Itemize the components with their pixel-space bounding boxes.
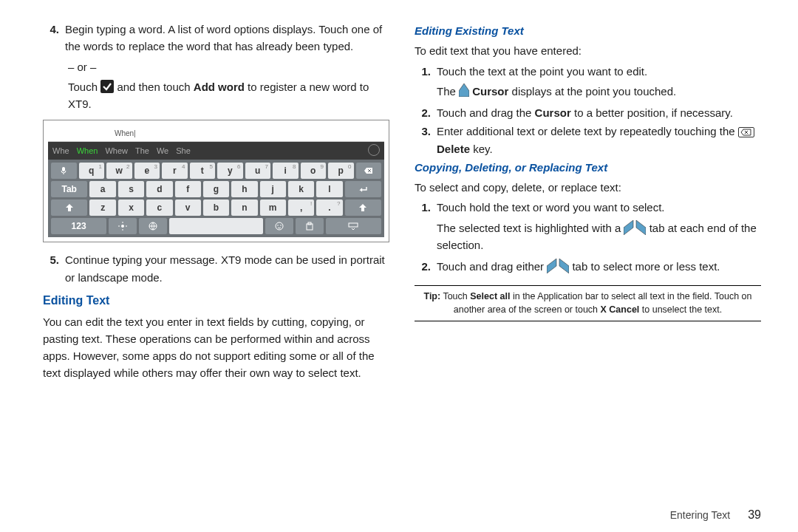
key-backspace-icon — [356, 163, 382, 179]
expand-icon — [368, 144, 380, 156]
step-4: 4. Begin typing a word. A list of word o… — [43, 21, 389, 55]
key-n: n — [231, 200, 257, 216]
editing-text-paragraph: You can edit the text you enter in text … — [43, 313, 389, 382]
key-h: h — [231, 181, 257, 197]
key-period: .? — [316, 200, 342, 216]
delete-key-icon — [738, 127, 754, 137]
key-s: s — [118, 181, 144, 197]
copy-step-2: 2. Touch and drag either tab to select m… — [415, 258, 761, 275]
existing-intro: To edit text that you have entered: — [415, 42, 761, 59]
key-a: a — [89, 181, 115, 197]
step-4-alt: Touch and then touch Add word to registe… — [43, 78, 389, 113]
or-separator: – or – — [43, 58, 389, 75]
key-collapse-icon — [326, 218, 381, 234]
svg-rect-0 — [100, 80, 114, 93]
footer-section: Entering Text — [670, 509, 730, 521]
key-j: j — [260, 181, 286, 197]
key-123: 123 — [51, 218, 106, 234]
cursor-handle-icon — [459, 83, 469, 97]
key-p: p0 — [328, 163, 354, 179]
page-footer: Entering Text 39 — [0, 488, 798, 522]
left-column: 4. Begin typing a word. A list of word o… — [43, 21, 389, 488]
key-w: w2 — [106, 163, 132, 179]
keyboard-row-4: 123 — [51, 218, 381, 234]
keyboard-keys: q1 w2 e3 r4 t5 y6 u7 i8 o9 p0 Tab a — [48, 160, 384, 237]
key-e: e3 — [134, 163, 160, 179]
svg-rect-13 — [349, 223, 358, 227]
key-k: k — [288, 181, 314, 197]
key-g: g — [203, 181, 229, 197]
key-u: u7 — [245, 163, 271, 179]
key-z: z — [89, 200, 115, 216]
keyboard-row-3: z x c v b n m ,! .? — [51, 200, 381, 216]
svg-rect-1 — [62, 167, 65, 171]
list-number: 4. — [43, 21, 65, 55]
keyboard-row-2: Tab a s d f g h j k l — [51, 181, 381, 197]
heading-editing-existing: Editing Existing Text — [415, 22, 761, 39]
step-5: 5. Continue typing your message. XT9 mod… — [43, 251, 389, 286]
right-column: Editing Existing Text To edit text that … — [415, 21, 761, 488]
key-clip-icon — [296, 218, 324, 234]
tip-box: Tip: Touch Select all in the Application… — [415, 285, 761, 321]
key-comma: ,! — [288, 200, 314, 216]
keyboard-textfield: When| — [48, 125, 384, 142]
key-space — [169, 218, 264, 234]
key-b: b — [203, 200, 229, 216]
svg-point-8 — [276, 222, 283, 230]
list-number: 5. — [43, 251, 65, 286]
key-q: q1 — [79, 163, 105, 179]
key-shift-icon — [51, 200, 87, 216]
svg-point-9 — [277, 225, 279, 226]
key-m: m — [260, 200, 286, 216]
key-enter-icon — [345, 181, 381, 197]
footer-page-number: 39 — [748, 508, 761, 522]
key-t: t5 — [190, 163, 216, 179]
exist-step-2: 2. Touch and drag the Cursor to a better… — [415, 104, 761, 121]
key-v: v — [175, 200, 201, 216]
key-settings-icon — [109, 218, 137, 234]
keyboard-row-1: q1 w2 e3 r4 t5 y6 u7 i8 o9 p0 — [51, 163, 381, 179]
key-d: d — [146, 181, 172, 197]
keyboard-figure: When| Whe When Whew The We She q1 w2 e3 — [43, 120, 389, 242]
keyboard-suggestions: Whe When Whew The We She — [48, 142, 384, 160]
key-c: c — [146, 200, 172, 216]
key-x: x — [118, 200, 144, 216]
key-i: i8 — [273, 163, 299, 179]
key-globe-icon — [139, 218, 167, 234]
heading-editing-text: Editing Text — [43, 292, 389, 310]
key-emoji-icon — [265, 218, 293, 234]
selection-handles-icon — [624, 220, 646, 235]
checkmark-square-icon — [100, 80, 114, 93]
heading-copying: Copying, Deleting, or Replacing Text — [415, 159, 761, 176]
key-l: l — [316, 181, 342, 197]
step-5-text: Continue typing your message. XT9 mode c… — [65, 251, 389, 286]
copying-intro: To select and copy, delete, or replace t… — [415, 179, 761, 196]
copy-step-1: 1. Touch hold the text or word you want … — [415, 199, 761, 256]
key-y: y6 — [217, 163, 243, 179]
svg-point-10 — [280, 225, 282, 226]
exist-step-3: 3. Enter additional text or delete text … — [415, 123, 761, 157]
step-4-text: Begin typing a word. A list of word opti… — [65, 21, 389, 55]
key-tab: Tab — [51, 181, 87, 197]
key-mic-icon — [51, 163, 77, 179]
exist-step-1: 1. Touch the text at the point you want … — [415, 63, 761, 103]
selection-handles-icon — [547, 259, 569, 273]
svg-point-2 — [121, 225, 124, 228]
key-shift-right-icon — [345, 200, 381, 216]
key-o: o9 — [301, 163, 327, 179]
key-f: f — [175, 181, 201, 197]
key-r: r4 — [162, 163, 188, 179]
